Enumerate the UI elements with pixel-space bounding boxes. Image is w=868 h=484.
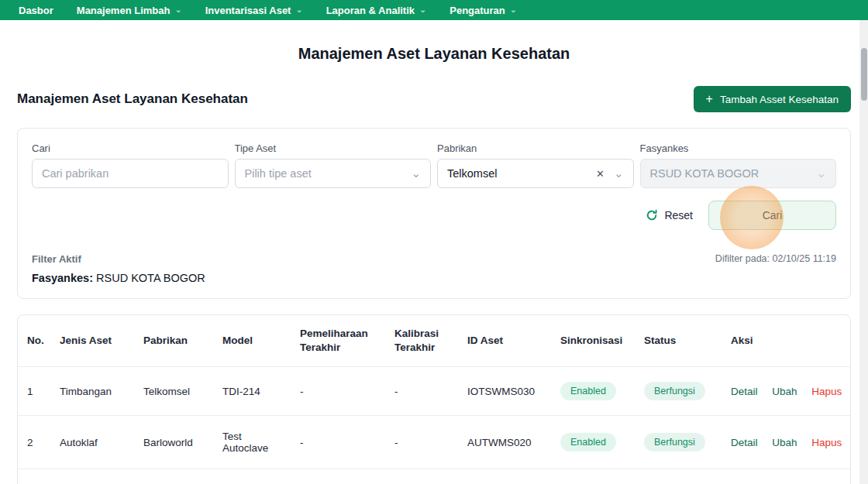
column-header: Model: [215, 315, 292, 367]
manufacturer-field-group: Pabrikan Telkomsel ✕ ⌄: [437, 142, 634, 188]
cell-kalibrasi: -: [387, 469, 460, 484]
cell-jenis-aset: Insinerasi: [52, 469, 136, 484]
column-header: Status: [636, 315, 723, 367]
chevron-down-icon: ⌄: [295, 5, 302, 15]
edit-link[interactable]: Ubah: [772, 437, 797, 448]
table-row: 3 Insinerasi VersaCold Test Incinerator …: [18, 469, 850, 484]
cell-model: TDI-214: [215, 367, 292, 416]
filtered-at-timestamp: Difilter pada: 02/10/25 11:19: [715, 253, 836, 264]
asset-type-label: Tipe Aset: [235, 142, 432, 154]
status-badge: Berfungsi: [644, 382, 705, 400]
active-filter-line: Fasyankes: RSUD KOTA BOGOR: [32, 272, 205, 284]
nav-item-label: Dasbor: [19, 5, 53, 16]
table-row: 1 Timbangan Telkomsel TDI-214 - - IOTSWM…: [18, 367, 850, 416]
manufacturer-label: Pabrikan: [437, 142, 634, 154]
add-asset-button[interactable]: + Tambah Asset Kesehatan: [694, 86, 851, 112]
search-label: Cari: [32, 142, 229, 154]
plus-icon: +: [706, 93, 713, 105]
column-header: ID Aset: [460, 315, 553, 367]
chevron-down-icon: ⌄: [510, 5, 517, 15]
table-header-row: No. Jenis Aset Pabrikan Model Pemelihara…: [18, 315, 850, 367]
delete-link[interactable]: Hapus: [811, 437, 842, 448]
refresh-icon: [646, 209, 658, 221]
nav-item-label: Manajemen Limbah: [77, 5, 170, 16]
nav-item-dasbor[interactable]: Dasbor: [19, 5, 53, 16]
sync-badge: Enabled: [560, 382, 616, 400]
nav-item-label: Pengaturan: [450, 5, 505, 16]
asset-type-select[interactable]: Pilih tipe aset ⌄: [235, 159, 432, 188]
filter-card: Cari Tipe Aset Pilih tipe aset ⌄ Pabrika…: [17, 128, 851, 299]
cell-jenis-aset: Timbangan: [52, 367, 136, 416]
column-header: Kalibrasi Terakhir: [387, 315, 460, 367]
chevron-down-icon: ⌄: [419, 5, 426, 15]
search-field-group: Cari: [32, 142, 229, 188]
sync-badge: Enabled: [560, 433, 616, 451]
page-title: Manajemen Aset Layanan Kesehatan: [17, 45, 851, 63]
manufacturer-select[interactable]: Telkomsel ✕ ⌄: [437, 159, 634, 188]
nav-item-label: Laporan & Analitik: [326, 5, 415, 16]
nav-item-manajemen-limbah[interactable]: Manajemen Limbah ⌄: [77, 5, 182, 16]
facility-field-group: Fasyankes RSUD KOTA BOGOR ⌄: [640, 142, 837, 188]
search-input[interactable]: [42, 167, 219, 180]
reset-button[interactable]: Reset: [646, 209, 693, 221]
asset-type-field-group: Tipe Aset Pilih tipe aset ⌄: [235, 142, 432, 188]
cell-id-aset: IOTSWMS030: [460, 367, 553, 416]
scrollbar-track[interactable]: [859, 20, 868, 484]
nav-item-laporan-analitik[interactable]: Laporan & Analitik ⌄: [326, 5, 427, 16]
active-filter-block: Filter Aktif Fasyankes: RSUD KOTA BOGOR: [32, 253, 205, 284]
active-filter-heading: Filter Aktif: [32, 253, 205, 265]
facility-label: Fasyankes: [640, 142, 837, 154]
cell-pabrikan: VersaCold: [136, 469, 215, 484]
cell-no: 1: [18, 367, 52, 416]
reset-button-label: Reset: [664, 209, 693, 221]
delete-link[interactable]: Hapus: [811, 386, 842, 397]
active-filter-value: RSUD KOTA BOGOR: [96, 272, 205, 284]
nav-item-pengaturan[interactable]: Pengaturan ⌄: [450, 5, 517, 16]
column-header: Jenis Aset: [52, 315, 136, 367]
cell-id-aset: INSWMS001: [460, 469, 553, 484]
cell-model: Test Autoclave: [215, 416, 292, 469]
section-title: Manajemen Aset Layanan Kesehatan: [17, 91, 248, 107]
search-submit-button[interactable]: Cari: [708, 201, 836, 230]
column-header: Pabrikan: [136, 315, 215, 367]
status-badge: Berfungsi: [644, 433, 705, 451]
detail-link[interactable]: Detail: [731, 386, 758, 397]
table-row: 2 Autoklaf Barloworld Test Autoclave - -…: [18, 416, 850, 469]
column-header: Sinkronisasi: [553, 315, 636, 367]
add-asset-button-label: Tambah Asset Kesehatan: [720, 94, 839, 105]
edit-link[interactable]: Ubah: [772, 386, 797, 397]
cell-pabrikan: Barloworld: [136, 416, 215, 469]
asset-table: No. Jenis Aset Pabrikan Model Pemelihara…: [18, 315, 850, 484]
manufacturer-selected-value: Telkomsel: [447, 167, 497, 180]
column-header: No.: [18, 315, 52, 367]
chevron-down-icon: ⌄: [816, 166, 826, 180]
facility-select-disabled: RSUD KOTA BOGOR ⌄: [640, 159, 837, 188]
cell-model: Test Incinerator: [215, 469, 292, 484]
clear-selection-icon[interactable]: ✕: [596, 168, 604, 180]
chevron-down-icon: ⌄: [174, 5, 181, 15]
facility-selected-value: RSUD KOTA BOGOR: [650, 167, 760, 180]
detail-link[interactable]: Detail: [731, 437, 758, 448]
cell-jenis-aset: Autoklaf: [52, 416, 136, 469]
nav-item-label: Inventarisasi Aset: [205, 5, 291, 16]
chevron-down-icon: ⌄: [614, 166, 624, 180]
cell-pabrikan: Telkomsel: [136, 367, 215, 416]
cell-kalibrasi: -: [387, 416, 460, 469]
top-navbar: Dasbor Manajemen Limbah ⌄ Inventarisasi …: [0, 0, 868, 20]
cell-kalibrasi: -: [387, 367, 460, 416]
scrollbar-thumb[interactable]: [861, 48, 867, 101]
nav-item-inventarisasi-aset[interactable]: Inventarisasi Aset ⌄: [205, 5, 303, 16]
asset-type-placeholder: Pilih tipe aset: [245, 167, 312, 180]
cell-id-aset: AUTWMS020: [460, 416, 553, 469]
cell-pemeliharaan: -: [292, 367, 387, 416]
cell-no: 2: [18, 416, 52, 469]
active-filter-key: Fasyankes:: [32, 272, 93, 284]
asset-table-card: No. Jenis Aset Pabrikan Model Pemelihara…: [17, 314, 851, 484]
cell-pemeliharaan: -: [292, 469, 387, 484]
chevron-down-icon: ⌄: [411, 166, 421, 180]
cell-pemeliharaan: -: [292, 416, 387, 469]
cell-no: 3: [18, 469, 52, 484]
column-header: Pemeliharaan Terakhir: [292, 315, 387, 367]
column-header: Aksi: [723, 315, 850, 367]
